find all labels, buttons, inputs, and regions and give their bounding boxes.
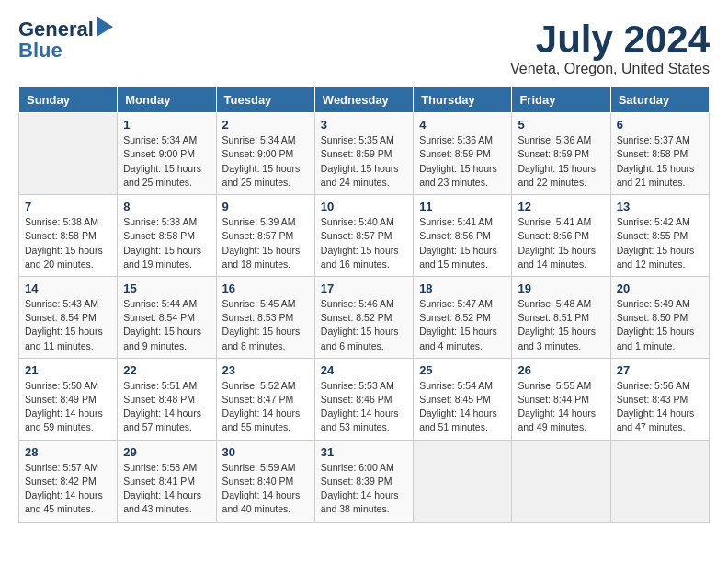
calendar-week-row: 14Sunrise: 5:43 AM Sunset: 8:54 PM Dayli… <box>19 276 710 358</box>
calendar-week-row: 1Sunrise: 5:34 AM Sunset: 9:00 PM Daylig… <box>19 113 710 195</box>
calendar-day-cell: 27Sunrise: 5:56 AM Sunset: 8:43 PM Dayli… <box>610 358 709 440</box>
calendar-day-cell: 5Sunrise: 5:36 AM Sunset: 8:59 PM Daylig… <box>512 113 610 195</box>
calendar-day-cell: 17Sunrise: 5:46 AM Sunset: 8:52 PM Dayli… <box>314 276 413 358</box>
day-of-week-header: Friday <box>512 87 610 113</box>
day-info: Sunrise: 5:35 AM Sunset: 8:59 PM Dayligh… <box>321 133 407 190</box>
day-number: 24 <box>321 363 407 377</box>
calendar-day-cell: 21Sunrise: 5:50 AM Sunset: 8:49 PM Dayli… <box>19 358 118 440</box>
day-of-week-header: Thursday <box>414 87 512 113</box>
day-number: 19 <box>518 282 604 295</box>
calendar-day-cell: 29Sunrise: 5:58 AM Sunset: 8:41 PM Dayli… <box>118 440 216 522</box>
day-number: 3 <box>321 118 407 132</box>
day-number: 17 <box>321 282 407 295</box>
day-info: Sunrise: 5:52 AM Sunset: 8:47 PM Dayligh… <box>222 379 309 435</box>
calendar-day-cell: 23Sunrise: 5:52 AM Sunset: 8:47 PM Dayli… <box>216 358 314 440</box>
day-info: Sunrise: 5:45 AM Sunset: 8:53 PM Dayligh… <box>222 297 309 353</box>
day-number: 30 <box>222 445 309 459</box>
calendar-day-cell: 6Sunrise: 5:37 AM Sunset: 8:58 PM Daylig… <box>610 113 709 195</box>
calendar-body: 1Sunrise: 5:34 AM Sunset: 9:00 PM Daylig… <box>19 113 710 522</box>
day-number: 27 <box>617 363 703 377</box>
calendar-week-row: 28Sunrise: 5:57 AM Sunset: 8:42 PM Dayli… <box>19 440 710 522</box>
day-info: Sunrise: 5:43 AM Sunset: 8:54 PM Dayligh… <box>25 297 111 353</box>
day-number: 5 <box>518 118 604 132</box>
calendar-day-cell <box>610 440 709 522</box>
title-block: July 2024 Veneta, Oregon, United States <box>510 18 710 77</box>
day-number: 25 <box>419 363 506 377</box>
day-number: 2 <box>222 118 309 132</box>
calendar-day-cell <box>19 113 118 195</box>
calendar-day-cell: 10Sunrise: 5:40 AM Sunset: 8:57 PM Dayli… <box>314 195 413 277</box>
day-info: Sunrise: 5:53 AM Sunset: 8:46 PM Dayligh… <box>321 379 407 435</box>
calendar-day-cell: 24Sunrise: 5:53 AM Sunset: 8:46 PM Dayli… <box>314 358 413 440</box>
day-info: Sunrise: 5:56 AM Sunset: 8:43 PM Dayligh… <box>617 379 703 435</box>
day-number: 8 <box>123 200 210 213</box>
calendar-day-cell: 20Sunrise: 5:49 AM Sunset: 8:50 PM Dayli… <box>610 276 709 358</box>
day-info: Sunrise: 5:37 AM Sunset: 8:58 PM Dayligh… <box>617 133 703 190</box>
day-info: Sunrise: 5:38 AM Sunset: 8:58 PM Dayligh… <box>25 215 111 271</box>
calendar-day-cell: 26Sunrise: 5:55 AM Sunset: 8:44 PM Dayli… <box>512 358 610 440</box>
day-number: 6 <box>617 118 703 132</box>
calendar-day-cell: 13Sunrise: 5:42 AM Sunset: 8:55 PM Dayli… <box>610 195 709 277</box>
calendar-day-cell: 14Sunrise: 5:43 AM Sunset: 8:54 PM Dayli… <box>19 276 118 358</box>
calendar-day-cell: 3Sunrise: 5:35 AM Sunset: 8:59 PM Daylig… <box>314 113 413 195</box>
calendar-day-cell: 28Sunrise: 5:57 AM Sunset: 8:42 PM Dayli… <box>19 440 118 522</box>
day-number: 26 <box>518 363 604 377</box>
day-of-week-header: Saturday <box>610 87 709 113</box>
calendar-week-row: 21Sunrise: 5:50 AM Sunset: 8:49 PM Dayli… <box>19 358 710 440</box>
calendar-day-cell: 11Sunrise: 5:41 AM Sunset: 8:56 PM Dayli… <box>414 195 512 277</box>
day-info: Sunrise: 5:48 AM Sunset: 8:51 PM Dayligh… <box>518 297 604 353</box>
location-text: Veneta, Oregon, United States <box>510 61 710 77</box>
day-number: 13 <box>617 200 703 213</box>
calendar-day-cell: 25Sunrise: 5:54 AM Sunset: 8:45 PM Dayli… <box>414 358 512 440</box>
day-info: Sunrise: 5:47 AM Sunset: 8:52 PM Dayligh… <box>419 297 506 353</box>
day-number: 18 <box>419 282 506 295</box>
day-number: 20 <box>617 282 703 295</box>
day-info: Sunrise: 5:40 AM Sunset: 8:57 PM Dayligh… <box>321 215 407 271</box>
day-number: 7 <box>25 200 111 213</box>
day-info: Sunrise: 5:42 AM Sunset: 8:55 PM Dayligh… <box>617 215 703 271</box>
day-number: 14 <box>25 282 111 295</box>
day-number: 15 <box>123 282 210 295</box>
day-info: Sunrise: 5:50 AM Sunset: 8:49 PM Dayligh… <box>25 379 111 435</box>
day-info: Sunrise: 5:59 AM Sunset: 8:40 PM Dayligh… <box>222 461 309 517</box>
calendar-week-row: 7Sunrise: 5:38 AM Sunset: 8:58 PM Daylig… <box>19 195 710 277</box>
logo: General Blue <box>18 18 113 61</box>
day-number: 12 <box>518 200 604 213</box>
day-number: 22 <box>123 363 210 377</box>
day-info: Sunrise: 5:49 AM Sunset: 8:50 PM Dayligh… <box>617 297 703 353</box>
calendar-day-cell: 30Sunrise: 5:59 AM Sunset: 8:40 PM Dayli… <box>216 440 314 522</box>
calendar-day-cell: 7Sunrise: 5:38 AM Sunset: 8:58 PM Daylig… <box>19 195 118 277</box>
day-info: Sunrise: 5:55 AM Sunset: 8:44 PM Dayligh… <box>518 379 604 435</box>
day-of-week-header: Sunday <box>19 87 118 113</box>
calendar-day-cell: 1Sunrise: 5:34 AM Sunset: 9:00 PM Daylig… <box>118 113 216 195</box>
logo-blue-text: Blue <box>18 39 63 62</box>
day-number: 16 <box>222 282 309 295</box>
day-info: Sunrise: 5:38 AM Sunset: 8:58 PM Dayligh… <box>123 215 210 271</box>
day-number: 9 <box>222 200 309 213</box>
calendar-day-cell: 9Sunrise: 5:39 AM Sunset: 8:57 PM Daylig… <box>216 195 314 277</box>
day-info: Sunrise: 5:46 AM Sunset: 8:52 PM Dayligh… <box>321 297 407 353</box>
day-info: Sunrise: 5:36 AM Sunset: 8:59 PM Dayligh… <box>419 133 506 190</box>
days-of-week-row: SundayMondayTuesdayWednesdayThursdayFrid… <box>19 87 710 113</box>
calendar-day-cell: 16Sunrise: 5:45 AM Sunset: 8:53 PM Dayli… <box>216 276 314 358</box>
day-number: 11 <box>419 200 506 213</box>
logo-triangle-icon <box>97 17 113 40</box>
calendar-day-cell: 31Sunrise: 6:00 AM Sunset: 8:39 PM Dayli… <box>314 440 413 522</box>
day-of-week-header: Monday <box>118 87 216 113</box>
day-info: Sunrise: 5:58 AM Sunset: 8:41 PM Dayligh… <box>123 461 210 517</box>
calendar-day-cell: 22Sunrise: 5:51 AM Sunset: 8:48 PM Dayli… <box>118 358 216 440</box>
day-info: Sunrise: 5:54 AM Sunset: 8:45 PM Dayligh… <box>419 379 506 435</box>
day-info: Sunrise: 5:57 AM Sunset: 8:42 PM Dayligh… <box>25 461 111 517</box>
calendar-day-cell: 2Sunrise: 5:34 AM Sunset: 9:00 PM Daylig… <box>216 113 314 195</box>
day-info: Sunrise: 5:51 AM Sunset: 8:48 PM Dayligh… <box>123 379 210 435</box>
calendar-day-cell: 19Sunrise: 5:48 AM Sunset: 8:51 PM Dayli… <box>512 276 610 358</box>
calendar-day-cell: 4Sunrise: 5:36 AM Sunset: 8:59 PM Daylig… <box>414 113 512 195</box>
month-year-title: July 2024 <box>510 18 710 61</box>
day-number: 28 <box>25 445 111 459</box>
calendar-table: SundayMondayTuesdayWednesdayThursdayFrid… <box>18 86 710 522</box>
svg-marker-0 <box>97 17 113 37</box>
day-number: 29 <box>123 445 210 459</box>
day-number: 10 <box>321 200 407 213</box>
day-info: Sunrise: 5:34 AM Sunset: 9:00 PM Dayligh… <box>123 133 210 190</box>
day-number: 21 <box>25 363 111 377</box>
